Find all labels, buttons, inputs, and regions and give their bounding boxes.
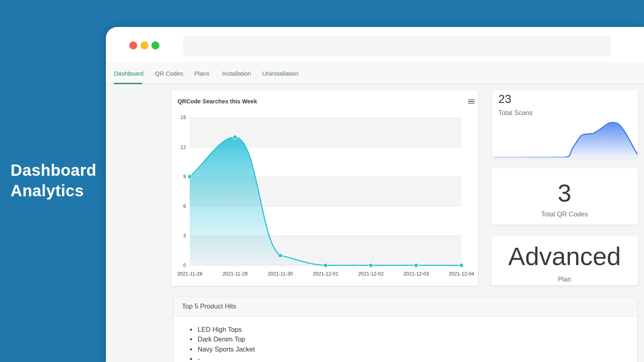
svg-text:2021-11-30: 2021-11-30: [268, 271, 293, 277]
svg-text:15: 15: [180, 115, 186, 120]
svg-text:9: 9: [183, 174, 186, 179]
svg-text:2021-12-03: 2021-12-03: [403, 271, 429, 277]
svg-text:2021-12-02: 2021-12-02: [358, 271, 384, 277]
svg-text:6: 6: [183, 204, 186, 209]
svg-text:2021-12-01: 2021-12-01: [313, 271, 338, 277]
svg-text:3: 3: [183, 233, 186, 239]
svg-text:12: 12: [180, 144, 186, 150]
svg-text:2021-11-29: 2021-11-29: [223, 271, 248, 277]
svg-text:2021-12-04: 2021-12-04: [449, 271, 474, 277]
svg-text:2021-11-28: 2021-11-28: [177, 271, 202, 277]
svg-text:0: 0: [183, 263, 186, 268]
